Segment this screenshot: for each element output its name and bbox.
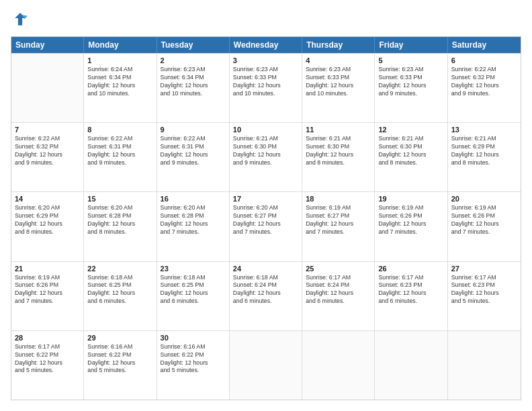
calendar-week-2: 7Sunrise: 6:22 AM Sunset: 6:32 PM Daylig… <box>11 122 521 191</box>
calendar-cell: 15Sunrise: 6:20 AM Sunset: 6:28 PM Dayli… <box>84 192 157 261</box>
calendar-cell: 27Sunrise: 6:17 AM Sunset: 6:23 PM Dayli… <box>448 262 521 330</box>
day-info: Sunrise: 6:16 AM Sunset: 6:22 PM Dayligh… <box>161 343 226 375</box>
calendar-cell: 26Sunrise: 6:17 AM Sunset: 6:23 PM Dayli… <box>375 262 447 330</box>
day-info: Sunrise: 6:22 AM Sunset: 6:32 PM Dayligh… <box>451 66 517 98</box>
day-info: Sunrise: 6:23 AM Sunset: 6:33 PM Dayligh… <box>378 66 443 98</box>
day-number: 6 <box>451 56 517 64</box>
calendar-body: 1Sunrise: 6:24 AM Sunset: 6:34 PM Daylig… <box>11 53 521 400</box>
logo-bird-icon <box>11 11 30 30</box>
day-info: Sunrise: 6:23 AM Sunset: 6:33 PM Dayligh… <box>233 66 298 98</box>
day-info: Sunrise: 6:16 AM Sunset: 6:22 PM Dayligh… <box>87 343 152 375</box>
calendar: SundayMondayTuesdayWednesdayThursdayFrid… <box>11 36 521 400</box>
calendar-cell: 18Sunrise: 6:19 AM Sunset: 6:27 PM Dayli… <box>302 192 375 261</box>
calendar-cell <box>302 331 375 400</box>
day-number: 23 <box>161 265 226 273</box>
calendar-cell <box>11 54 84 122</box>
calendar-cell: 6Sunrise: 6:22 AM Sunset: 6:32 PM Daylig… <box>448 54 521 122</box>
calendar-week-1: 1Sunrise: 6:24 AM Sunset: 6:34 PM Daylig… <box>11 53 521 122</box>
day-number: 22 <box>87 265 152 273</box>
calendar-cell: 25Sunrise: 6:17 AM Sunset: 6:24 PM Dayli… <box>302 262 375 330</box>
day-number: 5 <box>378 56 443 64</box>
calendar-cell: 21Sunrise: 6:19 AM Sunset: 6:26 PM Dayli… <box>11 262 84 330</box>
day-number: 9 <box>161 126 226 134</box>
day-header-thursday: Thursday <box>302 37 375 53</box>
header <box>11 11 521 30</box>
calendar-cell <box>448 331 521 400</box>
day-info: Sunrise: 6:17 AM Sunset: 6:23 PM Dayligh… <box>451 274 517 306</box>
calendar-cell: 9Sunrise: 6:22 AM Sunset: 6:31 PM Daylig… <box>157 123 230 191</box>
calendar-cell: 30Sunrise: 6:16 AM Sunset: 6:22 PM Dayli… <box>157 331 230 400</box>
day-info: Sunrise: 6:20 AM Sunset: 6:28 PM Dayligh… <box>161 204 226 236</box>
calendar-cell: 8Sunrise: 6:22 AM Sunset: 6:31 PM Daylig… <box>84 123 157 191</box>
day-number: 8 <box>87 126 152 134</box>
day-info: Sunrise: 6:19 AM Sunset: 6:26 PM Dayligh… <box>451 204 517 236</box>
day-number: 7 <box>15 126 80 134</box>
day-info: Sunrise: 6:19 AM Sunset: 6:26 PM Dayligh… <box>15 274 80 306</box>
svg-marker-0 <box>15 13 26 26</box>
day-info: Sunrise: 6:23 AM Sunset: 6:33 PM Dayligh… <box>306 66 371 98</box>
calendar-cell: 5Sunrise: 6:23 AM Sunset: 6:33 PM Daylig… <box>375 54 447 122</box>
day-info: Sunrise: 6:18 AM Sunset: 6:25 PM Dayligh… <box>87 274 152 306</box>
day-number: 24 <box>233 265 298 273</box>
day-info: Sunrise: 6:18 AM Sunset: 6:24 PM Dayligh… <box>233 274 298 306</box>
calendar-cell: 24Sunrise: 6:18 AM Sunset: 6:24 PM Dayli… <box>230 262 302 330</box>
day-number: 18 <box>306 195 371 203</box>
day-header-tuesday: Tuesday <box>157 37 230 53</box>
calendar-header: SundayMondayTuesdayWednesdayThursdayFrid… <box>11 37 521 53</box>
logo <box>11 11 32 30</box>
day-number: 2 <box>161 56 226 64</box>
day-number: 27 <box>451 265 517 273</box>
day-number: 1 <box>87 56 152 64</box>
day-info: Sunrise: 6:21 AM Sunset: 6:30 PM Dayligh… <box>233 135 298 167</box>
day-info: Sunrise: 6:17 AM Sunset: 6:23 PM Dayligh… <box>378 274 443 306</box>
day-info: Sunrise: 6:17 AM Sunset: 6:22 PM Dayligh… <box>15 343 80 375</box>
day-header-sunday: Sunday <box>11 37 84 53</box>
calendar-week-5: 28Sunrise: 6:17 AM Sunset: 6:22 PM Dayli… <box>11 330 521 400</box>
day-header-monday: Monday <box>84 37 157 53</box>
calendar-cell: 17Sunrise: 6:20 AM Sunset: 6:27 PM Dayli… <box>230 192 302 261</box>
calendar-cell <box>375 331 447 400</box>
calendar-cell: 1Sunrise: 6:24 AM Sunset: 6:34 PM Daylig… <box>84 54 157 122</box>
day-info: Sunrise: 6:20 AM Sunset: 6:27 PM Dayligh… <box>233 204 298 236</box>
day-info: Sunrise: 6:21 AM Sunset: 6:29 PM Dayligh… <box>451 135 517 167</box>
calendar-cell: 23Sunrise: 6:18 AM Sunset: 6:25 PM Dayli… <box>157 262 230 330</box>
day-info: Sunrise: 6:20 AM Sunset: 6:28 PM Dayligh… <box>87 204 152 236</box>
day-info: Sunrise: 6:20 AM Sunset: 6:29 PM Dayligh… <box>15 204 80 236</box>
day-header-wednesday: Wednesday <box>230 37 302 53</box>
day-info: Sunrise: 6:22 AM Sunset: 6:31 PM Dayligh… <box>87 135 152 167</box>
day-info: Sunrise: 6:17 AM Sunset: 6:24 PM Dayligh… <box>306 274 371 306</box>
calendar-cell: 3Sunrise: 6:23 AM Sunset: 6:33 PM Daylig… <box>230 54 302 122</box>
day-info: Sunrise: 6:24 AM Sunset: 6:34 PM Dayligh… <box>87 66 152 98</box>
day-info: Sunrise: 6:22 AM Sunset: 6:31 PM Dayligh… <box>161 135 226 167</box>
day-info: Sunrise: 6:21 AM Sunset: 6:30 PM Dayligh… <box>378 135 443 167</box>
page: SundayMondayTuesdayWednesdayThursdayFrid… <box>0 0 532 411</box>
day-number: 26 <box>378 265 443 273</box>
day-header-friday: Friday <box>375 37 447 53</box>
calendar-cell: 13Sunrise: 6:21 AM Sunset: 6:29 PM Dayli… <box>448 123 521 191</box>
calendar-cell: 14Sunrise: 6:20 AM Sunset: 6:29 PM Dayli… <box>11 192 84 261</box>
day-number: 29 <box>87 334 152 342</box>
day-info: Sunrise: 6:22 AM Sunset: 6:32 PM Dayligh… <box>15 135 80 167</box>
calendar-cell: 29Sunrise: 6:16 AM Sunset: 6:22 PM Dayli… <box>84 331 157 400</box>
calendar-cell: 22Sunrise: 6:18 AM Sunset: 6:25 PM Dayli… <box>84 262 157 330</box>
day-header-saturday: Saturday <box>448 37 521 53</box>
day-number: 12 <box>378 126 443 134</box>
day-number: 13 <box>451 126 517 134</box>
calendar-cell: 20Sunrise: 6:19 AM Sunset: 6:26 PM Dayli… <box>448 192 521 261</box>
calendar-cell: 10Sunrise: 6:21 AM Sunset: 6:30 PM Dayli… <box>230 123 302 191</box>
day-number: 14 <box>15 195 80 203</box>
calendar-week-4: 21Sunrise: 6:19 AM Sunset: 6:26 PM Dayli… <box>11 261 521 330</box>
calendar-cell: 12Sunrise: 6:21 AM Sunset: 6:30 PM Dayli… <box>375 123 447 191</box>
day-info: Sunrise: 6:21 AM Sunset: 6:30 PM Dayligh… <box>306 135 371 167</box>
day-number: 30 <box>161 334 226 342</box>
day-info: Sunrise: 6:19 AM Sunset: 6:27 PM Dayligh… <box>306 204 371 236</box>
calendar-cell: 2Sunrise: 6:23 AM Sunset: 6:34 PM Daylig… <box>157 54 230 122</box>
calendar-cell <box>230 331 302 400</box>
day-number: 28 <box>15 334 80 342</box>
calendar-cell: 11Sunrise: 6:21 AM Sunset: 6:30 PM Dayli… <box>302 123 375 191</box>
day-number: 10 <box>233 126 298 134</box>
calendar-cell: 16Sunrise: 6:20 AM Sunset: 6:28 PM Dayli… <box>157 192 230 261</box>
day-number: 21 <box>15 265 80 273</box>
calendar-cell: 7Sunrise: 6:22 AM Sunset: 6:32 PM Daylig… <box>11 123 84 191</box>
calendar-cell: 4Sunrise: 6:23 AM Sunset: 6:33 PM Daylig… <box>302 54 375 122</box>
